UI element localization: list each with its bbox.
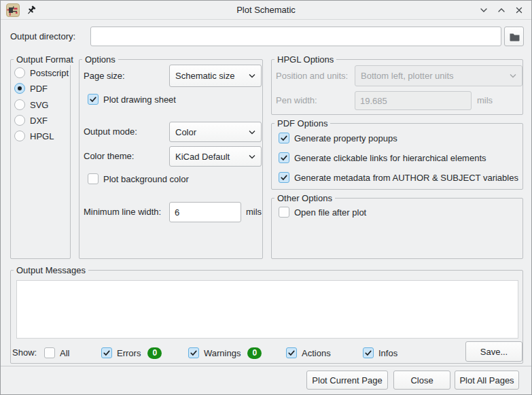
min-line-width-input[interactable] xyxy=(169,202,241,222)
plot-schematic-dialog: Plot Schematic Output directory: Output … xyxy=(0,0,532,395)
page-size-label: Page size: xyxy=(84,71,125,82)
close-dialog-button[interactable]: Close xyxy=(393,371,450,390)
output-mode-label: Output mode: xyxy=(84,126,137,137)
checkmark-icon xyxy=(103,349,111,357)
hpgl-radio-label[interactable]: HPGL xyxy=(30,131,54,141)
position-units-label: Position and units: xyxy=(276,71,348,82)
filter-all-label[interactable]: All xyxy=(60,348,69,358)
browse-directory-button[interactable] xyxy=(504,27,524,46)
checkmark-icon xyxy=(89,95,97,103)
position-units-dropdown: Bottom left, plotter units xyxy=(355,65,522,86)
generate-clickable-links-row[interactable]: Generate clickable links for hierarchica… xyxy=(279,152,486,164)
filter-infos-checkbox[interactable] xyxy=(363,347,374,358)
svg-radio-label[interactable]: SVG xyxy=(30,100,48,110)
filter-all-row[interactable]: All xyxy=(44,347,69,359)
plot-drawing-sheet-row[interactable]: Plot drawing sheet xyxy=(88,93,176,105)
filter-actions-row[interactable]: Actions xyxy=(286,347,331,359)
generate-clickable-links-checkbox[interactable] xyxy=(279,152,289,163)
pen-width-input xyxy=(355,91,472,110)
plot-background-color-row[interactable]: Plot background color xyxy=(88,173,189,185)
hpgl-options-group: HPGL Options Position and units: Bottom … xyxy=(271,59,523,115)
chevron-down-icon xyxy=(249,73,255,78)
output-mode-dropdown[interactable]: Color xyxy=(169,122,262,142)
checkmark-icon xyxy=(280,173,288,182)
titlebar[interactable]: Plot Schematic xyxy=(1,1,531,20)
filter-all-checkbox[interactable] xyxy=(44,347,55,358)
svg-radio[interactable] xyxy=(14,99,25,110)
generate-property-popups-label[interactable]: Generate property popups xyxy=(294,133,397,143)
window-title: Plot Schematic xyxy=(1,5,531,15)
generate-metadata-row[interactable]: Generate metadata from AUTHOR & SUBJECT … xyxy=(279,171,518,184)
plot-drawing-sheet-label[interactable]: Plot drawing sheet xyxy=(103,95,176,105)
filter-warnings-row[interactable]: Warnings 0 xyxy=(188,347,262,359)
filter-errors-label[interactable]: Errors xyxy=(117,348,141,358)
output-messages-group: Output Messages Show: All Errors 0 Warni… xyxy=(10,270,523,364)
plot-current-page-button[interactable]: Plot Current Page xyxy=(306,371,388,390)
output-directory-label: Output directory: xyxy=(10,31,75,41)
hpgl-options-group-title: HPGL Options xyxy=(274,54,336,65)
close-button[interactable] xyxy=(514,5,525,16)
options-group: Options Page size: Schematic size Plot d… xyxy=(79,59,263,259)
format-option-svg[interactable]: SVG xyxy=(14,99,48,111)
pen-width-label: Pen width: xyxy=(276,95,317,106)
filter-errors-checkbox[interactable] xyxy=(101,347,112,358)
open-file-after-plot-checkbox[interactable] xyxy=(279,207,289,218)
color-theme-dropdown[interactable]: KiCad Default xyxy=(169,146,262,167)
generate-property-popups-row[interactable]: Generate property popups xyxy=(279,132,397,144)
filter-warnings-checkbox[interactable] xyxy=(188,347,199,358)
generate-clickable-links-label[interactable]: Generate clickable links for hierarchica… xyxy=(294,153,486,163)
plot-all-pages-button[interactable]: Plot All Pages xyxy=(455,371,519,390)
min-line-width-units: mils xyxy=(246,207,262,218)
pdf-options-group: PDF Options Generate property popups Gen… xyxy=(271,123,523,190)
options-group-title: Options xyxy=(82,54,118,65)
plot-background-color-label[interactable]: Plot background color xyxy=(103,174,189,184)
color-theme-label: Color theme: xyxy=(84,151,134,162)
page-size-dropdown[interactable]: Schematic size xyxy=(169,65,262,87)
generate-metadata-checkbox[interactable] xyxy=(279,172,289,183)
pdf-radio[interactable] xyxy=(14,83,25,94)
filter-infos-row[interactable]: Infos xyxy=(363,347,397,359)
position-units-value: Bottom left, plotter units xyxy=(361,71,454,81)
format-option-dxf[interactable]: DXF xyxy=(14,114,48,126)
output-directory-input[interactable] xyxy=(90,27,501,46)
filter-actions-checkbox[interactable] xyxy=(286,347,297,358)
footer-separator xyxy=(1,366,532,366)
pdf-radio-label[interactable]: PDF xyxy=(30,84,48,94)
postscript-radio[interactable] xyxy=(14,67,25,78)
open-file-after-plot-row[interactable]: Open file after plot xyxy=(279,206,366,218)
generate-metadata-label[interactable]: Generate metadata from AUTHOR & SUBJECT … xyxy=(294,173,518,183)
filter-actions-label[interactable]: Actions xyxy=(302,348,331,358)
open-file-after-plot-label[interactable]: Open file after plot xyxy=(294,207,366,218)
hpgl-radio[interactable] xyxy=(14,131,25,141)
generate-property-popups-checkbox[interactable] xyxy=(279,133,289,143)
filter-errors-row[interactable]: Errors 0 xyxy=(101,347,162,359)
dxf-radio-label[interactable]: DXF xyxy=(30,116,48,126)
color-theme-value: KiCad Default xyxy=(175,152,230,162)
format-option-hpgl[interactable]: HPGL xyxy=(14,130,54,142)
filter-warnings-label[interactable]: Warnings xyxy=(204,348,241,358)
filter-infos-label[interactable]: Infos xyxy=(378,348,397,358)
shade-button[interactable] xyxy=(478,5,489,16)
output-mode-value: Color xyxy=(175,127,196,137)
output-format-group-title: Output Format xyxy=(14,54,76,65)
format-option-postscript[interactable]: Postscript xyxy=(14,67,69,79)
save-messages-button[interactable]: Save... xyxy=(465,341,522,362)
chevron-down-icon xyxy=(249,154,255,159)
plot-drawing-sheet-checkbox[interactable] xyxy=(88,94,99,105)
pdf-options-group-title: PDF Options xyxy=(274,118,330,129)
checkmark-icon xyxy=(364,349,372,357)
page-size-value: Schematic size xyxy=(175,71,234,81)
checkmark-icon xyxy=(287,349,296,357)
checkmark-icon xyxy=(280,134,288,142)
checkmark-icon xyxy=(280,154,288,162)
errors-count-badge: 0 xyxy=(147,347,162,359)
maximize-button[interactable] xyxy=(496,5,507,16)
plot-background-color-checkbox[interactable] xyxy=(88,173,99,184)
pen-width-units: mils xyxy=(477,95,493,106)
show-label: Show: xyxy=(12,347,37,358)
dxf-radio[interactable] xyxy=(14,115,25,126)
chevron-down-icon xyxy=(249,130,255,135)
format-option-pdf[interactable]: PDF xyxy=(14,82,48,95)
postscript-radio-label[interactable]: Postscript xyxy=(30,68,69,78)
output-messages-area[interactable] xyxy=(16,280,518,339)
